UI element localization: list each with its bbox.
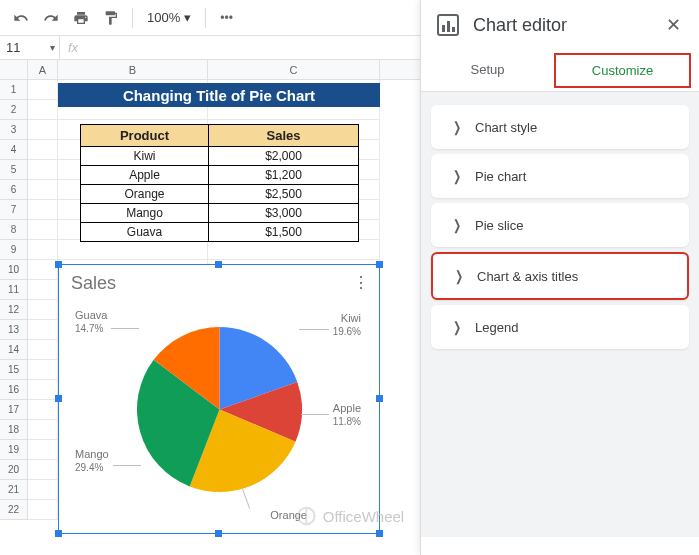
resize-handle[interactable] (376, 530, 383, 537)
editor-title: Chart editor (473, 15, 649, 36)
pie-chart-object[interactable]: Sales ⋮ Kiwi19.6% Apple11.8% Orange Mang… (58, 264, 380, 534)
cell[interactable] (28, 260, 58, 280)
column-headers: A B C (0, 60, 420, 80)
table-cell[interactable]: Kiwi (81, 147, 209, 166)
cell[interactable] (28, 220, 58, 240)
cell[interactable] (28, 500, 58, 520)
close-button[interactable]: ✕ (663, 15, 683, 35)
row-header[interactable]: 1 (0, 80, 28, 100)
data-table: Product Sales Kiwi$2,000 Apple$1,200 Ora… (80, 124, 359, 242)
row-header[interactable]: 11 (0, 280, 28, 300)
table-cell[interactable]: Orange (81, 185, 209, 204)
cell[interactable] (28, 480, 58, 500)
cell[interactable] (28, 400, 58, 420)
separator (132, 8, 133, 28)
cell[interactable] (28, 120, 58, 140)
cell[interactable] (28, 340, 58, 360)
cell[interactable] (28, 160, 58, 180)
name-box-value: 11 (6, 40, 20, 55)
cell[interactable] (28, 240, 58, 260)
row-header[interactable]: 15 (0, 360, 28, 380)
row-header[interactable]: 22 (0, 500, 28, 520)
row-header[interactable]: 8 (0, 220, 28, 240)
table-cell[interactable]: Guava (81, 223, 209, 242)
cell[interactable] (28, 300, 58, 320)
table-cell[interactable]: Mango (81, 204, 209, 223)
row-header[interactable]: 21 (0, 480, 28, 500)
tab-setup[interactable]: Setup (421, 50, 554, 91)
cell[interactable] (28, 100, 58, 120)
cell[interactable] (28, 200, 58, 220)
cell[interactable] (28, 320, 58, 340)
undo-button[interactable] (8, 5, 34, 31)
row-header[interactable]: 6 (0, 180, 28, 200)
more-button[interactable]: ••• (214, 11, 239, 25)
resize-handle[interactable] (215, 261, 222, 268)
row-header[interactable]: 12 (0, 300, 28, 320)
section-pie-slice[interactable]: ❯Pie slice (431, 203, 689, 247)
resize-handle[interactable] (55, 261, 62, 268)
column-header[interactable]: B (58, 60, 208, 79)
column-header[interactable]: C (208, 60, 380, 79)
table-cell[interactable]: Apple (81, 166, 209, 185)
paint-format-button[interactable] (98, 5, 124, 31)
print-button[interactable] (68, 5, 94, 31)
cell[interactable] (28, 380, 58, 400)
leader-line (301, 414, 329, 415)
row-header[interactable]: 5 (0, 160, 28, 180)
title-banner: Changing Title of Pie Chart (58, 83, 380, 107)
editor-tabs: Setup Customize (421, 50, 699, 92)
cell[interactable] (28, 280, 58, 300)
cell[interactable] (28, 440, 58, 460)
table-cell[interactable]: $1,500 (209, 223, 359, 242)
redo-button[interactable] (38, 5, 64, 31)
row-header[interactable]: 20 (0, 460, 28, 480)
table-cell[interactable]: $1,200 (209, 166, 359, 185)
name-box[interactable]: 11▾ (0, 36, 60, 59)
row-header[interactable]: 4 (0, 140, 28, 160)
cell[interactable] (58, 240, 208, 260)
resize-handle[interactable] (55, 530, 62, 537)
row-header[interactable]: 18 (0, 420, 28, 440)
cell[interactable] (28, 460, 58, 480)
row-header[interactable]: 3 (0, 120, 28, 140)
select-all-corner[interactable] (0, 60, 28, 79)
grid-body: 12345678910111213141516171819202122 Chan… (0, 80, 420, 520)
table-header: Product (81, 125, 209, 147)
chart-editor-panel: Chart editor ✕ Setup Customize ❯Chart st… (420, 0, 699, 555)
section-chart-axis-titles[interactable]: ❯Chart & axis titles (431, 252, 689, 300)
cell[interactable] (28, 180, 58, 200)
row-header[interactable]: 13 (0, 320, 28, 340)
section-label: Legend (475, 320, 518, 335)
cell[interactable] (28, 360, 58, 380)
row-header[interactable]: 9 (0, 240, 28, 260)
slice-label: Apple11.8% (333, 402, 361, 428)
row-header[interactable]: 14 (0, 340, 28, 360)
section-legend[interactable]: ❯Legend (431, 305, 689, 349)
table-cell[interactable]: $2,000 (209, 147, 359, 166)
row-header[interactable]: 19 (0, 440, 28, 460)
resize-handle[interactable] (376, 261, 383, 268)
table-cell[interactable]: $2,500 (209, 185, 359, 204)
row-header[interactable]: 16 (0, 380, 28, 400)
row-header[interactable]: 7 (0, 200, 28, 220)
chevron-down-icon: ▾ (50, 42, 55, 53)
row-header[interactable]: 2 (0, 100, 28, 120)
chevron-right-icon: ❯ (453, 119, 461, 135)
section-label: Chart & axis titles (477, 269, 578, 284)
column-header[interactable]: A (28, 60, 58, 79)
resize-handle[interactable] (215, 530, 222, 537)
cell[interactable] (28, 80, 58, 100)
cell[interactable] (28, 140, 58, 160)
slice-label: Orange (270, 509, 307, 522)
section-chart-style[interactable]: ❯Chart style (431, 105, 689, 149)
chart-menu-button[interactable]: ⋮ (353, 273, 369, 292)
zoom-dropdown[interactable]: 100%▾ (141, 10, 197, 25)
table-cell[interactable]: $3,000 (209, 204, 359, 223)
tab-customize[interactable]: Customize (554, 53, 691, 88)
cell[interactable] (28, 420, 58, 440)
cell[interactable] (208, 240, 380, 260)
row-header[interactable]: 17 (0, 400, 28, 420)
row-header[interactable]: 10 (0, 260, 28, 280)
section-pie-chart[interactable]: ❯Pie chart (431, 154, 689, 198)
